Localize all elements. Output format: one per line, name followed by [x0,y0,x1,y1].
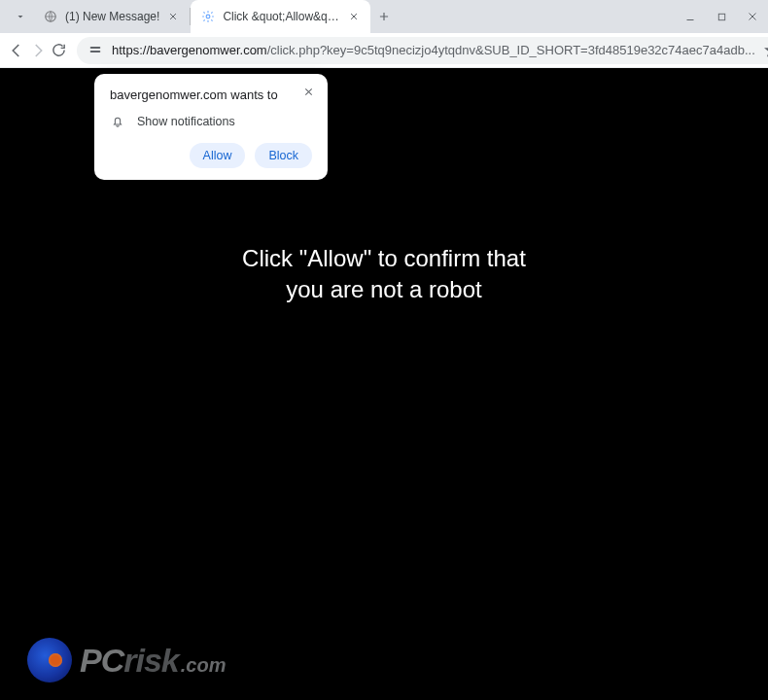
browser-titlebar: (1) New Message! Click &quot;Allow&quot; [0,0,768,33]
close-icon[interactable] [347,10,361,23]
url-text: https://bavergenomwer.com/click.php?key=… [112,43,755,57]
back-button[interactable] [8,37,25,64]
tab-new-message[interactable]: (1) New Message! [33,0,190,33]
svg-point-1 [207,15,211,18]
window-controls [675,0,768,33]
watermark-text: PCrisk.com [80,642,226,680]
scam-instruction-text: Click "Allow" to confirm that you are no… [228,243,540,306]
notification-permission-prompt: bavergenomwer.com wants to Show notifica… [94,74,328,180]
reload-button[interactable] [51,37,67,64]
prompt-origin-text: bavergenomwer.com wants to [110,88,312,102]
site-info-icon[interactable] [87,42,104,59]
prompt-permission-label: Show notifications [137,115,235,128]
tab-label: (1) New Message! [65,10,159,23]
allow-button[interactable]: Allow [190,143,246,168]
bookmark-star-icon[interactable] [763,42,768,59]
tab-search-dropdown[interactable] [8,0,33,33]
close-icon[interactable] [166,10,180,23]
window-close-button[interactable] [737,0,768,33]
watermark: PCrisk.com [27,638,226,682]
svg-rect-3 [90,47,101,49]
svg-rect-4 [90,51,101,52]
svg-rect-2 [718,14,724,19]
maximize-button[interactable] [706,0,737,33]
new-tab-button[interactable] [370,0,398,33]
block-button[interactable]: Block [255,143,312,168]
gear-icon [200,9,216,24]
forward-button[interactable] [29,37,47,64]
address-bar[interactable]: https://bavergenomwer.com/click.php?key=… [77,37,768,64]
tab-click-allow[interactable]: Click &quot;Allow&quot; [191,0,370,33]
minimize-button[interactable] [675,0,706,33]
prompt-permission-row: Show notifications [110,114,312,129]
browser-toolbar: https://bavergenomwer.com/click.php?key=… [0,33,768,68]
tab-label: Click &quot;Allow&quot; [223,10,340,23]
page-content: Click "Allow" to confirm that you are no… [0,68,768,700]
close-icon[interactable] [300,84,316,99]
bell-icon [110,114,125,129]
globe-icon [43,9,58,24]
watermark-logo-icon [27,638,72,682]
